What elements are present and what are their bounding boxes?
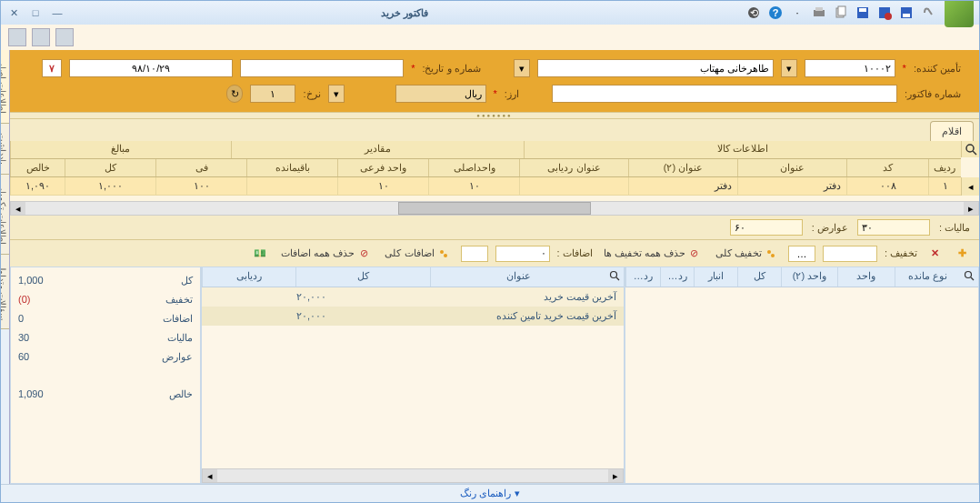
col-pradyabi[interactable]: ردیابی <box>202 267 295 287</box>
svg-line-23 <box>616 277 619 280</box>
col-mande[interactable]: نوع مانده <box>895 267 960 287</box>
sidetab-extra[interactable]: اطلاعات تکمیلی <box>0 175 9 255</box>
print-icon[interactable] <box>810 4 828 22</box>
col-pkol[interactable]: کل <box>295 267 430 287</box>
scroll-left-icon[interactable]: ◂ <box>203 469 217 482</box>
scroll-right-icon[interactable]: ▸ <box>964 202 978 215</box>
required-mark: * <box>903 63 906 74</box>
invoice-code-input[interactable] <box>552 85 897 103</box>
grid-group-amt: مبالغ <box>10 141 231 158</box>
ezafat-input[interactable] <box>495 246 550 262</box>
rate-action-icon[interactable]: ↻ <box>226 85 243 103</box>
list-item[interactable]: آخرین قیمت خرید ۲۰,۰۰۰ <box>202 287 624 307</box>
stock-search-icon[interactable] <box>960 267 978 284</box>
tab-items[interactable]: اقلام <box>930 121 974 141</box>
required-mark: * <box>494 88 497 99</box>
grid-scrollbar[interactable]: ▸ ◂ <box>10 201 979 216</box>
col-radif[interactable]: ردیف <box>928 159 961 176</box>
takhfif-input[interactable] <box>823 246 877 262</box>
ezafat-type-button[interactable] <box>461 246 488 262</box>
save-close-icon[interactable] <box>875 4 894 22</box>
list-item[interactable]: آخرین قیمت خرید تامین کننده ۲۰,۰۰۰ <box>202 307 624 326</box>
scroll-left-icon[interactable]: ◂ <box>11 202 25 215</box>
col-ponvan[interactable]: عنوان <box>430 267 605 287</box>
table-row[interactable]: ۱ ۰۰۸ دفتر دفتر ۱۰ ۱۰ ۱۰۰ ۱,۰۰۰ ۱,۰۹۰ <box>10 177 961 196</box>
scroll-right-icon[interactable]: ▸ <box>608 469 623 482</box>
date-input[interactable] <box>69 59 233 77</box>
minimize-icon[interactable]: — <box>50 5 65 20</box>
col-onvan[interactable]: عنوان <box>737 159 846 176</box>
maximize-icon[interactable]: □ <box>28 5 43 20</box>
col-vahed2[interactable]: واحد (۲) <box>781 267 837 287</box>
ezafat-koli-button[interactable]: اضافات کلی <box>381 246 453 262</box>
calendar-icon[interactable]: ۷ <box>42 59 62 77</box>
stock-panel: نوع مانده واحد واحد (۲) کل انبار رد… رد… <box>625 267 979 484</box>
col-khales[interactable]: خالص <box>10 159 65 176</box>
sum-avarez-label: عوارض <box>105 349 200 365</box>
splitter[interactable]: ●●●●●●● <box>10 112 979 119</box>
sidetab-faq[interactable]: سؤالات متداول <box>0 255 9 330</box>
row-indicator-icon[interactable]: ◂ <box>961 177 979 196</box>
col-kod[interactable]: کد <box>846 159 928 176</box>
col-kol2[interactable]: کل <box>737 267 781 287</box>
maliat-input[interactable] <box>857 219 930 236</box>
money-icon[interactable]: 💵 <box>250 246 270 262</box>
takhfif-koli-button[interactable]: تخفیف کلی <box>712 246 781 262</box>
svg-point-16 <box>767 250 771 254</box>
hazf-takhfif-button[interactable]: ⊘ حذف همه تخفیف ها <box>600 246 705 262</box>
tool-icon-3[interactable] <box>55 28 74 46</box>
col-vahed-farei[interactable]: واحد فرعی <box>337 159 428 176</box>
bottom-panels: نوع مانده واحد واحد (۲) کل انبار رد… رد… <box>10 267 979 484</box>
hazf-ezafat-button[interactable]: ⊘ حذف همه اضافات <box>277 246 374 262</box>
tool-icon-2[interactable] <box>32 28 50 46</box>
app-logo-icon <box>945 0 974 27</box>
avarez-input[interactable] <box>730 219 803 236</box>
form-panel: تأمین کننده: * ▾ ▾ شماره و تاریخ: * ۷ شم… <box>10 50 979 112</box>
col-onvan2[interactable]: عنوان (۲) <box>628 159 737 176</box>
supplier-lookup-icon[interactable]: ▾ <box>514 59 530 77</box>
attach-icon[interactable] <box>919 4 937 22</box>
price-scrollbar[interactable]: ▸ ◂ <box>202 468 624 483</box>
delete-row-button[interactable]: ✕ <box>925 246 945 262</box>
rate-input[interactable] <box>250 85 295 103</box>
refresh-icon[interactable]: ⟲ <box>745 4 763 22</box>
ezafat-label: اضافات : <box>557 247 593 259</box>
svg-point-22 <box>611 272 617 278</box>
sidetab-note[interactable]: یادداشت <box>0 124 9 175</box>
col-rad1[interactable]: رد… <box>660 267 695 287</box>
save-new-icon[interactable] <box>854 4 872 22</box>
col-anbar[interactable]: انبار <box>694 267 737 287</box>
supplier-code-input[interactable] <box>805 59 895 77</box>
col-kol[interactable]: کل <box>65 159 155 176</box>
color-guide-link[interactable]: راهنمای رنگ <box>460 488 519 499</box>
tool-icon-1[interactable] <box>8 28 26 46</box>
separator-icon: · <box>788 4 806 22</box>
col-vahed[interactable]: واحد <box>837 267 894 287</box>
close-icon[interactable]: ✕ <box>6 5 21 20</box>
svg-rect-5 <box>815 7 823 11</box>
rate-dropdown-icon[interactable]: ▾ <box>328 85 345 103</box>
tab-strip: اقلام <box>10 119 979 141</box>
add-row-button[interactable]: ✚ <box>952 246 972 262</box>
supplier-name-input[interactable] <box>537 59 774 77</box>
save-icon[interactable] <box>897 4 915 22</box>
invoice-number-input[interactable] <box>240 59 404 77</box>
currency-input[interactable] <box>395 85 486 103</box>
supplier-dropdown-icon[interactable]: ▾ <box>781 59 797 77</box>
grid-search-icon[interactable] <box>961 141 979 157</box>
col-vahed-asli[interactable]: واحداصلی <box>428 159 519 176</box>
scroll-thumb[interactable] <box>398 202 592 215</box>
col-fi[interactable]: فی <box>155 159 246 176</box>
invoice-label: شماره فاکتور: <box>905 88 961 100</box>
price-search-icon[interactable] <box>605 267 624 284</box>
col-rad2[interactable]: رد… <box>625 267 660 287</box>
sidetab-main[interactable]: اطلاعات اصلی <box>0 50 9 124</box>
copy-icon[interactable] <box>832 4 850 22</box>
sum-khales-label: خالص <box>105 387 200 402</box>
col-radyabi[interactable]: عنوان ردیابی <box>519 159 628 176</box>
svg-line-15 <box>973 151 976 155</box>
svg-text:⟲: ⟲ <box>750 7 758 18</box>
takhfif-type-button[interactable]: … <box>788 246 815 262</box>
col-baghimande[interactable]: باقیمانده <box>246 159 337 176</box>
help-icon[interactable]: ? <box>766 4 785 22</box>
